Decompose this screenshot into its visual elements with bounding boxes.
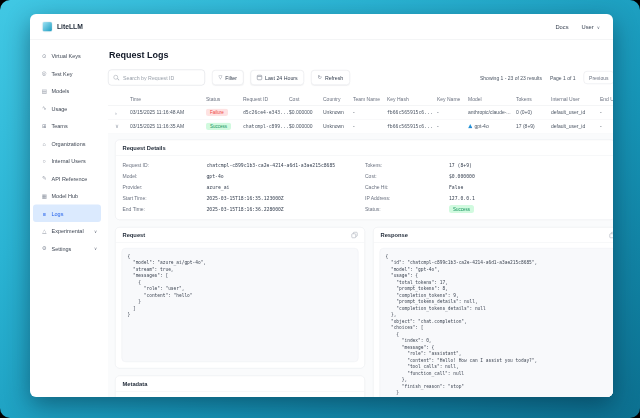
response-json: { "id": "chatcmpl-c899c1b3-ca2e-4214-a6d… — [380, 248, 614, 397]
col-cost: Cost — [289, 93, 323, 106]
user-menu[interactable]: User ∨ — [582, 24, 600, 30]
chevron-down-icon[interactable]: ∨ — [115, 123, 119, 130]
refresh-icon: ↻ — [318, 75, 322, 80]
start-time-value: 2025-03-15T18:16:35.123000Z — [207, 195, 284, 201]
filter-icon: ▽ — [219, 75, 223, 80]
status-badge: Success — [449, 205, 474, 213]
chevron-right-icon[interactable]: › — [115, 109, 117, 115]
organizations-icon: ⌂ — [41, 140, 48, 146]
table-row[interactable]: › 03/15/2025 11:16:48 AM Failure d5c26ce… — [108, 106, 613, 120]
col-country: Country — [323, 93, 353, 106]
request-panel-title: Request — [123, 232, 146, 238]
response-panel: Response { "id": "chatcmpl-c899c1b3-ca2e… — [373, 227, 613, 397]
models-icon: ▤ — [41, 88, 48, 95]
field-label: Model: — [123, 173, 207, 179]
field-label: IP Address: — [365, 195, 449, 201]
search-icon — [114, 75, 120, 81]
previous-page-button[interactable]: Previous — [584, 71, 613, 84]
user-menu-label: User — [582, 24, 594, 30]
sidebar-item-logs[interactable]: ≡ Logs — [33, 205, 101, 223]
time-range-button[interactable]: Last 24 Hours — [251, 70, 305, 85]
sidebar-item-settings[interactable]: ⚙ Settings ∨ — [33, 240, 101, 258]
col-tokens: Tokens — [516, 93, 551, 106]
page-indicator: Page 1 of 1 — [550, 75, 576, 81]
status-badge: Failure — [206, 108, 228, 116]
results-count: Showing 1 - 23 of 23 results — [480, 75, 542, 81]
ip-address-value: 127.0.0.1 — [449, 195, 475, 201]
toolbar: ▽ Filter Last 24 Hours ↻ Refresh Showing… — [108, 70, 613, 86]
expanded-log-detail: Request Details Request ID:chatcmpl-c899… — [108, 134, 613, 398]
provider-value: azure_ai — [207, 184, 230, 190]
logs-icon: ≡ — [41, 210, 48, 216]
col-key-hash: Key Hash — [387, 93, 437, 106]
azure-provider-icon — [468, 124, 473, 129]
litellm-app-window: LiteLLM Docs User ∨ ⊙ Virtual Keys ◎ Tes… — [30, 14, 613, 397]
col-end-user: End User — [600, 93, 613, 106]
sidebar-item-model-hub[interactable]: ▦ Model Hub — [33, 187, 101, 205]
sidebar-item-organizations[interactable]: ⌂ Organizations — [33, 135, 101, 153]
chevron-down-icon: ∨ — [597, 24, 600, 29]
request-json: { "model": "azure_ai/gpt-4o", "stream": … — [122, 248, 359, 362]
request-logs-table: Time Status Request ID Cost Country Team… — [108, 93, 613, 134]
test-key-icon: ◎ — [41, 70, 48, 77]
col-request-id: Request ID — [243, 93, 289, 106]
field-label: Cost: — [365, 173, 449, 179]
api-reference-icon: ✎ — [41, 175, 48, 182]
chevron-down-icon: ∨ — [94, 228, 97, 233]
teams-icon: ⊞ — [41, 123, 48, 130]
docs-link[interactable]: Docs — [555, 24, 568, 30]
experimental-icon: △ — [41, 228, 48, 235]
sidebar-item-virtual-keys[interactable]: ⊙ Virtual Keys — [33, 47, 101, 65]
copy-icon[interactable] — [352, 232, 358, 238]
sidebar-item-internal-users[interactable]: ○ Internal Users — [33, 152, 101, 170]
main-content: Request Logs ▽ Filter Last 24 Hours ↻ Re… — [104, 40, 613, 397]
usage-chart-icon: ∿ — [41, 105, 48, 112]
request-panel: Request { "model": "azure_ai/gpt-4o", "s… — [115, 227, 365, 369]
sidebar: ⊙ Virtual Keys ◎ Test Key ▤ Models ∿ Usa… — [30, 40, 104, 397]
litellm-logo-icon — [42, 22, 53, 33]
copy-icon[interactable] — [610, 232, 614, 238]
col-time: Time — [130, 93, 206, 106]
col-team-name: Team Name — [353, 93, 387, 106]
field-label: End Time: — [123, 206, 207, 212]
sidebar-item-models[interactable]: ▤ Models — [33, 82, 101, 100]
status-badge: Success — [206, 122, 231, 130]
search-box[interactable] — [108, 70, 205, 86]
field-label: Start Time: — [123, 195, 207, 201]
filter-button[interactable]: ▽ Filter — [212, 70, 244, 85]
request-details-card: Request Details Request ID:chatcmpl-c899… — [115, 140, 613, 221]
model-value: gpt-4o — [207, 173, 224, 179]
table-header: Time Status Request ID Cost Country Team… — [108, 93, 613, 106]
sidebar-item-experimental[interactable]: △ Experimental ∨ — [33, 222, 101, 240]
cache-hit-value: False — [449, 184, 463, 190]
end-time-value: 2025-03-15T18:16:36.228000Z — [207, 206, 284, 212]
sidebar-item-api-reference[interactable]: ✎ API Reference — [33, 170, 101, 188]
sidebar-item-teams[interactable]: ⊞ Teams — [33, 117, 101, 135]
col-internal-user: Internal User — [551, 93, 600, 106]
brand: LiteLLM — [42, 22, 83, 33]
users-icon: ○ — [41, 158, 48, 164]
field-label: Request ID: — [123, 162, 207, 168]
table-row-expanded[interactable]: ∨ 03/15/2025 11:16:35 AM Success chatcmp… — [108, 120, 613, 134]
field-label: Provider: — [123, 184, 207, 190]
model-hub-icon: ▦ — [41, 193, 48, 200]
request-details-title: Request Details — [123, 145, 166, 151]
top-navbar: LiteLLM Docs User ∨ — [30, 14, 613, 40]
brand-name: LiteLLM — [57, 23, 83, 31]
field-label: Cache Hit: — [365, 184, 449, 190]
response-panel-title: Response — [381, 232, 408, 238]
col-model: Model — [468, 93, 516, 106]
refresh-button[interactable]: ↻ Refresh — [311, 70, 350, 85]
page-title: Request Logs — [109, 50, 613, 61]
tokens-value: 17 (8+9) — [449, 162, 472, 168]
field-label: Status: — [365, 206, 449, 212]
field-label: Tokens: — [365, 162, 449, 168]
request-id-value: chatcmpl-c899c1b3-ca2e-4214-a6d1-a3ae215… — [207, 162, 336, 168]
cost-value: $0.000000 — [449, 173, 475, 179]
sidebar-item-test-key[interactable]: ◎ Test Key — [33, 65, 101, 83]
chevron-down-icon: ∨ — [94, 246, 97, 251]
calendar-icon — [257, 75, 262, 80]
search-input[interactable] — [123, 75, 200, 81]
metadata-panel-title: Metadata — [123, 381, 148, 387]
sidebar-item-usage[interactable]: ∿ Usage — [33, 100, 101, 118]
